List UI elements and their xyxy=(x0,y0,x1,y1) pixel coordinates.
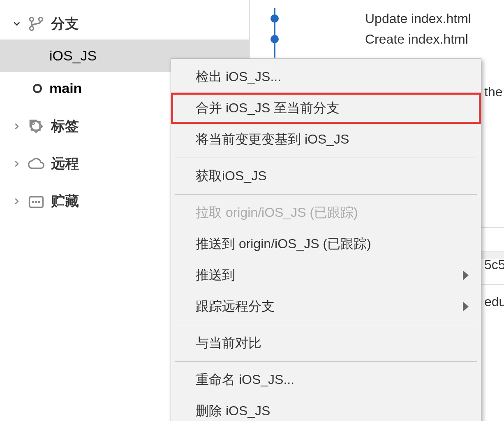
branch-name: iOS_JS xyxy=(49,48,97,64)
divider xyxy=(481,227,504,228)
menu-separator xyxy=(175,194,477,195)
menu-track-remote[interactable]: 跟踪远程分支 xyxy=(171,291,481,322)
branches-header[interactable]: 分支 xyxy=(0,8,249,40)
branches-label: 分支 xyxy=(51,14,79,33)
divider xyxy=(481,284,504,285)
commit-graph: Update index.html Create index.html xyxy=(250,8,504,62)
commit-dot-icon xyxy=(270,14,279,23)
svg-point-0 xyxy=(30,17,33,21)
menu-delete[interactable]: 删除 iOS_JS xyxy=(171,395,481,421)
branch-icon xyxy=(27,15,45,33)
chevron-down-icon xyxy=(12,19,21,28)
menu-push-to[interactable]: 推送到 xyxy=(171,260,481,291)
menu-push-tracked[interactable]: 推送到 origin/iOS_JS (已跟踪) xyxy=(171,228,481,260)
commit-row[interactable]: Create index.html xyxy=(258,29,504,49)
svg-point-5 xyxy=(32,201,35,203)
commit-row[interactable]: Update index.html xyxy=(258,8,504,29)
svg-point-1 xyxy=(39,17,42,21)
menu-fetch[interactable]: 获取iOS_JS xyxy=(171,160,481,192)
tag-icon xyxy=(27,117,45,135)
partial-text: 5c5 xyxy=(484,257,504,272)
remote-label: 远程 xyxy=(51,154,79,173)
chevron-right-icon xyxy=(12,122,21,131)
current-branch-icon xyxy=(33,84,42,93)
menu-rename[interactable]: 重命名 iOS_JS... xyxy=(171,364,481,395)
menu-separator xyxy=(175,325,477,325)
menu-rebase[interactable]: 将当前变更变基到 iOS_JS xyxy=(171,124,481,155)
partial-text: edu xyxy=(484,294,504,309)
branch-context-menu: 检出 iOS_JS... 合并 iOS_JS 至当前分支 将当前变更变基到 iO… xyxy=(171,58,481,421)
menu-separator xyxy=(175,158,477,158)
partial-text: the xyxy=(484,84,502,100)
menu-pull: 拉取 origin/iOS_JS (已跟踪) xyxy=(171,197,481,228)
svg-point-7 xyxy=(38,201,40,203)
commit-message: Update index.html xyxy=(365,11,471,26)
chevron-right-icon xyxy=(12,159,21,168)
chevron-right-icon xyxy=(12,197,21,206)
tags-label: 标签 xyxy=(51,117,79,136)
stash-label: 贮藏 xyxy=(51,192,79,211)
svg-point-2 xyxy=(30,26,33,30)
menu-compare[interactable]: 与当前对比 xyxy=(171,328,481,359)
menu-separator xyxy=(175,361,477,362)
svg-point-6 xyxy=(35,201,37,203)
commit-dot-icon xyxy=(270,35,279,43)
menu-checkout[interactable]: 检出 iOS_JS... xyxy=(171,61,481,93)
menu-merge[interactable]: 合并 iOS_JS 至当前分支 xyxy=(171,93,481,124)
stash-icon xyxy=(27,192,45,210)
commit-message: Create index.html xyxy=(365,32,468,47)
branch-name: main xyxy=(49,80,82,96)
cloud-icon xyxy=(27,155,45,173)
svg-point-3 xyxy=(32,122,35,125)
